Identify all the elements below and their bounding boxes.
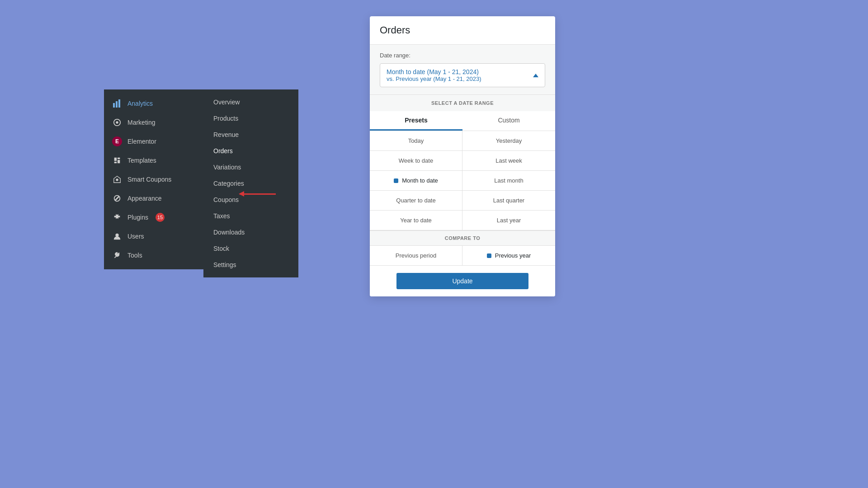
appearance-icon [112,193,122,203]
arrow-line [240,193,276,195]
compare-previous-period[interactable]: Previous period [370,246,462,265]
submenu: Overview Products Revenue Orders Variati… [203,89,298,277]
preset-quarter-to-date[interactable]: Quarter to date [370,191,462,211]
preset-month-to-date[interactable]: Month to date [370,171,462,191]
update-button[interactable]: Update [396,273,529,289]
compare-active-indicator [487,253,491,258]
preset-today[interactable]: Today [370,131,462,151]
svg-point-6 [115,234,118,237]
svg-rect-0 [113,103,115,108]
sidebar-item-elementor[interactable]: E Elementor [104,132,203,151]
sidebar-item-templates[interactable]: Templates [104,151,203,170]
panel-title: Orders [380,24,410,36]
compare-previous-year[interactable]: Previous year [462,246,555,265]
submenu-item-taxes[interactable]: Taxes [203,208,298,224]
sidebar-item-users[interactable]: Users [104,227,203,246]
sidebar-item-users-label: Users [127,233,144,240]
submenu-item-categories[interactable]: Categories [203,175,298,192]
svg-rect-2 [118,99,120,108]
submenu-item-stock[interactable]: Stock [203,240,298,257]
preset-last-week[interactable]: Last week [462,151,555,171]
sidebar-item-analytics-label: Analytics [127,100,153,107]
sidebar: Analytics Marketing E Elementor Template… [104,89,203,269]
tab-custom[interactable]: Custom [462,111,555,131]
update-section: Update [370,266,555,296]
preset-last-year[interactable]: Last year [462,211,555,230]
date-range-panel: Orders Date range: Month to date (May 1 … [370,16,555,296]
preset-last-quarter[interactable]: Last quarter [462,191,555,211]
tabs: Presets Custom [370,111,555,131]
sidebar-item-marketing-label: Marketing [127,119,155,126]
svg-point-5 [116,178,118,181]
preset-last-month[interactable]: Last month [462,171,555,191]
sidebar-item-tools-label: Tools [127,252,142,259]
users-icon [112,231,122,241]
sidebar-item-appearance[interactable]: Appearance [104,189,203,208]
submenu-item-settings[interactable]: Settings [203,257,298,273]
sidebar-item-templates-label: Templates [127,157,156,164]
analytics-icon [112,99,122,108]
sidebar-item-smart-coupons[interactable]: Smart Coupons [104,170,203,189]
submenu-item-downloads[interactable]: Downloads [203,224,298,240]
presets-grid: Today Yesterday Week to date Last week M… [370,131,555,230]
submenu-item-variations[interactable]: Variations [203,159,298,175]
svg-rect-1 [116,101,118,108]
sidebar-item-plugins[interactable]: Plugins 15 [104,208,203,227]
sidebar-item-smart-coupons-label: Smart Coupons [127,176,171,183]
sidebar-item-appearance-label: Appearance [127,195,162,202]
tab-presets[interactable]: Presets [370,111,462,131]
date-range-main-text: Month to date (May 1 - 21, 2024) [387,68,481,75]
submenu-item-products[interactable]: Products [203,110,298,127]
plugins-badge: 15 [156,213,165,222]
arrow-indicator [240,193,276,195]
smart-coupons-icon [112,174,122,184]
submenu-item-revenue[interactable]: Revenue [203,127,298,143]
compare-row: Previous period Previous year [370,246,555,266]
svg-point-4 [116,121,118,123]
elementor-icon: E [112,136,122,146]
preset-week-to-date[interactable]: Week to date [370,151,462,171]
select-date-range-header: SELECT A DATE RANGE [370,94,555,111]
plugins-icon [112,212,122,222]
submenu-item-orders[interactable]: Orders [203,143,298,159]
sidebar-item-plugins-label: Plugins [127,214,148,221]
marketing-icon [112,117,122,127]
tools-icon [112,250,122,260]
panel-header: Orders [370,16,555,45]
preset-year-to-date[interactable]: Year to date [370,211,462,230]
date-range-selector[interactable]: Month to date (May 1 - 21, 2024) vs. Pre… [380,63,545,87]
preset-yesterday[interactable]: Yesterday [462,131,555,151]
chevron-up-icon [533,74,538,77]
sidebar-item-elementor-label: Elementor [127,138,156,145]
sidebar-item-tools[interactable]: Tools [104,246,203,265]
date-range-section: Date range: Month to date (May 1 - 21, 2… [370,45,555,94]
templates-icon [112,155,122,165]
date-range-label: Date range: [380,52,545,59]
submenu-item-overview[interactable]: Overview [203,94,298,110]
date-range-text: Month to date (May 1 - 21, 2024) vs. Pre… [387,68,481,82]
date-range-sub-text: vs. Previous year (May 1 - 21, 2023) [387,75,481,82]
sidebar-item-analytics[interactable]: Analytics [104,94,203,113]
sidebar-item-marketing[interactable]: Marketing [104,113,203,132]
active-indicator [394,178,398,183]
compare-header: COMPARE TO [370,230,555,246]
